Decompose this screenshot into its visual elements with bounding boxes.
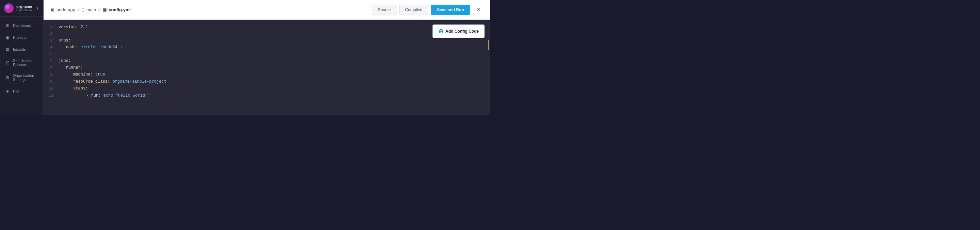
code-line: 1version: 2.1: [43, 24, 490, 31]
save-and-run-button[interactable]: Save and Run: [431, 5, 470, 15]
line-content: runner:: [59, 64, 83, 71]
line-number: 5: [49, 51, 59, 57]
yaml-key: node: [66, 45, 76, 50]
yaml-key: orbs: [59, 38, 68, 43]
breadcrumb-file: ▣ config.yml: [102, 7, 130, 12]
yaml-value-bool: true: [95, 72, 105, 77]
code-line: 10 steps:: [43, 85, 490, 92]
topbar: ▣ node-app > ⌷ main > ▣ config.yml Sourc…: [43, 0, 490, 20]
compiled-button[interactable]: Compiled: [399, 5, 428, 15]
yaml-value-string: orgname/sample-project: [112, 79, 166, 84]
yaml-plain: [59, 79, 73, 84]
yaml-value-num: 2.1: [81, 25, 88, 30]
editor-toolbar: ⊕Add Config Code: [433, 24, 485, 38]
yaml-plain: [59, 72, 73, 77]
yaml-plain: :: [76, 25, 80, 30]
breadcrumb: ▣ node-app > ⌷ main > ▣ config.yml: [50, 7, 130, 12]
yaml-plain: :: [68, 38, 71, 43]
add-config-label: Add Config Code: [445, 29, 479, 34]
yaml-plain: :: [108, 79, 112, 84]
sidebar-item-self-hosted-runners[interactable]: ⊡ Self-Hosted Runners: [0, 55, 43, 70]
yaml-plain: [59, 93, 81, 98]
breadcrumb-repo[interactable]: ▣ node-app: [50, 7, 75, 12]
code-line: 7 runner:: [43, 64, 490, 71]
sidebar-nav: ⊞ Dashboard ▣ Projects ▦ Insights ⊡ Self…: [0, 17, 43, 115]
yaml-plain: :: [91, 72, 95, 77]
breadcrumb-branch-label: main: [86, 7, 96, 12]
yaml-plain: - run:: [86, 93, 103, 98]
dashboard-icon: ⊞: [5, 23, 10, 28]
breadcrumb-repo-label: node-app: [56, 7, 75, 12]
code-line: 11 │ - run: echo "Hello world!": [43, 92, 490, 99]
sidebar-item-org-settings[interactable]: ⚙ Organization Settings: [0, 70, 43, 85]
sidebar-item-projects[interactable]: ▣ Projects: [0, 31, 43, 43]
yaml-key: runner: [66, 65, 81, 70]
topbar-actions: Source Compiled Save and Run ×: [372, 5, 483, 15]
yaml-plain: [59, 65, 66, 70]
add-config-button[interactable]: ⊕Add Config Code: [433, 24, 485, 38]
settings-icon: ⚙: [5, 75, 10, 80]
yaml-indent-bar: │: [81, 93, 83, 98]
sidebar-item-label: Self-Hosted Runners: [13, 59, 38, 67]
line-number: 11: [49, 92, 59, 99]
projects-icon: ▣: [5, 35, 10, 40]
line-number: 10: [49, 86, 59, 92]
yaml-key: jobs: [59, 59, 68, 63]
yaml-plain: :: [81, 65, 83, 70]
source-button[interactable]: Source: [372, 5, 396, 15]
org-user: User Name: [16, 8, 33, 12]
code-line: 9 resource_class: orgname/sample-project: [43, 78, 490, 85]
yaml-value-string: echo "Hello world!": [103, 93, 150, 98]
line-number: 8: [49, 71, 59, 78]
sidebar-item-plan[interactable]: ◈ Plan: [0, 85, 43, 97]
code-line: 4 node: circleci/node@4.1: [43, 44, 490, 51]
line-content: node: circleci/node@4.1: [59, 44, 122, 51]
line-content: machine: true: [59, 71, 105, 78]
breadcrumb-branch[interactable]: ⌷ main: [82, 7, 96, 12]
yaml-plain: :: [68, 59, 71, 63]
line-number: 9: [49, 79, 59, 85]
line-content: version: 2.1: [59, 24, 88, 31]
main-content: ▣ node-app > ⌷ main > ▣ config.yml Sourc…: [43, 0, 490, 115]
breadcrumb-sep-1: >: [77, 8, 80, 12]
line-number: 3: [49, 37, 59, 44]
yaml-value-string: circleci/node@4.1: [81, 45, 122, 50]
close-button[interactable]: ×: [474, 5, 483, 14]
line-content: │ - run: echo "Hello world!": [59, 92, 150, 99]
sidebar-item-label: Organization Settings: [13, 73, 38, 82]
yaml-key: resource_class: [73, 79, 108, 84]
line-number: 7: [49, 65, 59, 71]
code-line: 8 machine: true: [43, 71, 490, 78]
sidebar-item-label: Insights: [13, 47, 26, 51]
code-line: 3orbs:: [43, 37, 490, 44]
sidebar: orgname User Name ▼ ⊞ Dashboard ▣ Projec…: [0, 0, 43, 115]
breadcrumb-file-label: config.yml: [108, 7, 130, 12]
line-number: 1: [49, 24, 59, 31]
sidebar-item-dashboard[interactable]: ⊞ Dashboard: [0, 19, 43, 31]
code-line: 5: [43, 51, 490, 57]
editor-area: ⊕Add Config Code 1version: 2.123orbs:4 n…: [43, 20, 490, 115]
line-content: orbs:: [59, 37, 71, 44]
org-name: orgname: [16, 5, 33, 8]
line-number: 4: [49, 44, 59, 51]
runners-icon: ⊡: [5, 60, 10, 65]
line-number: 2: [49, 31, 59, 37]
line-number: 6: [49, 58, 59, 64]
org-avatar: [4, 3, 14, 13]
org-info: orgname User Name: [16, 5, 33, 12]
chevron-down-icon: ▼: [36, 6, 39, 10]
file-icon: ▣: [102, 7, 107, 12]
yaml-key: version: [59, 25, 76, 30]
insights-icon: ▦: [5, 47, 10, 52]
sidebar-item-label: Plan: [13, 89, 21, 93]
yaml-plain: [59, 86, 73, 91]
org-header[interactable]: orgname User Name ▼: [0, 0, 43, 17]
line-content: steps:: [59, 85, 88, 92]
sidebar-item-insights[interactable]: ▦ Insights: [0, 43, 43, 55]
breadcrumb-sep-2: >: [98, 8, 100, 12]
repo-icon: ▣: [50, 7, 54, 12]
yaml-key: machine: [73, 72, 90, 77]
code-editor[interactable]: 1version: 2.123orbs:4 node: circleci/nod…: [43, 20, 490, 115]
plus-circle-icon: ⊕: [438, 27, 443, 35]
scrollbar-indicator: [488, 40, 489, 50]
